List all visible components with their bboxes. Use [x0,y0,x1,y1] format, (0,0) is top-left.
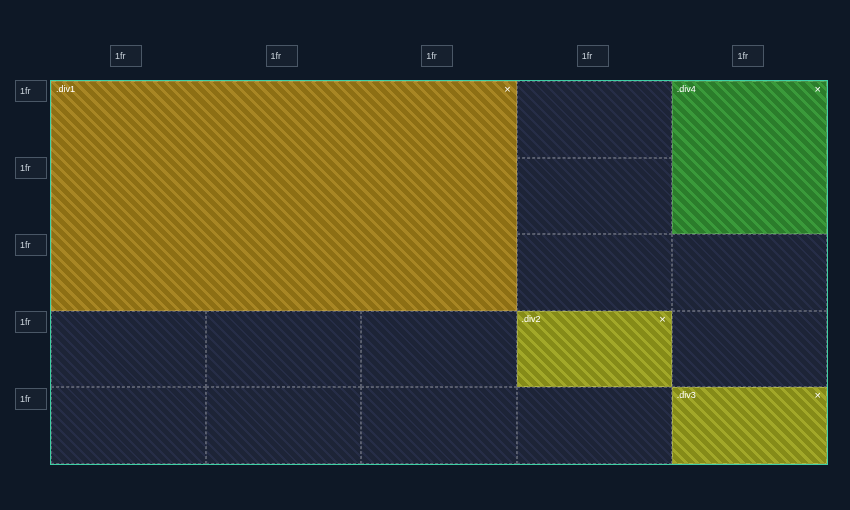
row-size-input-4[interactable]: 1fr [15,311,47,333]
close-icon[interactable]: × [815,390,821,400]
row-size-input-1[interactable]: 1fr [15,80,47,102]
area-label: .div1 [56,84,75,94]
grid-cell[interactable] [361,311,516,388]
col-size-input-5[interactable]: 1fr [732,45,764,67]
grid-cell[interactable] [517,234,672,311]
grid-cell[interactable] [206,387,361,464]
grid-area-div1[interactable]: .div1 × [51,81,517,311]
grid-cell[interactable] [517,81,672,158]
grid-area-div2[interactable]: .div2 × [517,311,672,388]
col-size-input-2[interactable]: 1fr [266,45,298,67]
grid-canvas[interactable]: .div1 × .div4 × .div2 × .div3 × [50,80,828,465]
column-labels: 1fr 1fr 1fr 1fr 1fr [50,45,828,67]
close-icon[interactable]: × [815,84,821,94]
grid-cell[interactable] [206,311,361,388]
col-size-input-4[interactable]: 1fr [577,45,609,67]
col-size-input-1[interactable]: 1fr [110,45,142,67]
row-size-input-2[interactable]: 1fr [15,157,47,179]
grid-cell[interactable] [361,387,516,464]
area-label: .div2 [522,314,541,324]
grid-area-div4[interactable]: .div4 × [672,81,827,234]
grid-cell[interactable] [517,387,672,464]
grid-cell[interactable] [51,387,206,464]
grid-area-div3[interactable]: .div3 × [672,387,827,464]
grid-generator-canvas: 1fr 1fr 1fr 1fr 1fr 1fr 1fr 1fr 1fr 1fr [0,0,850,510]
area-label: .div3 [677,390,696,400]
close-icon[interactable]: × [504,84,510,94]
close-icon[interactable]: × [659,314,665,324]
grid-cell[interactable] [672,311,827,388]
grid-cell[interactable] [517,158,672,235]
grid-cell[interactable] [672,234,827,311]
grid-cell[interactable] [51,311,206,388]
row-size-input-3[interactable]: 1fr [15,234,47,256]
col-size-input-3[interactable]: 1fr [421,45,453,67]
area-label: .div4 [677,84,696,94]
row-size-input-5[interactable]: 1fr [15,388,47,410]
row-labels: 1fr 1fr 1fr 1fr 1fr [15,80,47,465]
